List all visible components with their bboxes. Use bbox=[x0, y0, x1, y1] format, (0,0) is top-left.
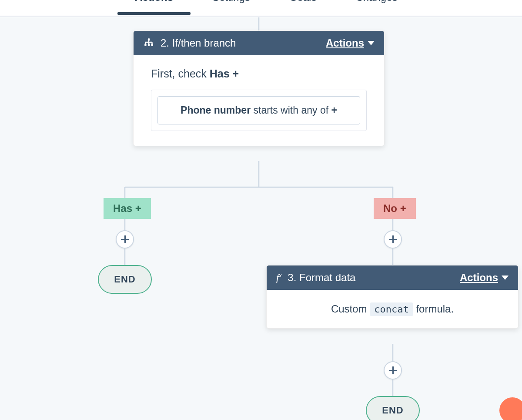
actions-label: Actions bbox=[326, 37, 364, 49]
chevron-down-icon bbox=[368, 41, 375, 45]
tab-settings[interactable]: Settings bbox=[212, 0, 250, 3]
format-body-code: concat bbox=[370, 302, 413, 316]
format-data-card[interactable]: fx 3. Format data Actions Custom concat … bbox=[266, 265, 519, 329]
branch-card-header: 2. If/then branch Actions bbox=[134, 31, 384, 55]
end-node-left[interactable]: END bbox=[98, 265, 152, 294]
filter-value: + bbox=[331, 104, 337, 116]
filter-field: Phone number bbox=[181, 104, 251, 116]
branch-check-prefix: First, check bbox=[151, 67, 210, 80]
format-card-actions-menu[interactable]: Actions bbox=[460, 272, 509, 284]
format-card-header: fx 3. Format data Actions bbox=[267, 265, 518, 290]
chevron-down-icon bbox=[502, 276, 509, 280]
branch-check-line: First, check Has + bbox=[151, 67, 367, 80]
tab-actions[interactable]: Actions bbox=[135, 0, 173, 3]
actions-label: Actions bbox=[460, 272, 498, 284]
tab-changes[interactable]: Changes bbox=[355, 0, 397, 3]
tab-bar: Actions Settings Goals Changes bbox=[0, 0, 522, 17]
filter-condition[interactable]: Phone number starts with any of + bbox=[157, 96, 360, 124]
add-action-button-after-format[interactable] bbox=[384, 361, 402, 380]
filter-operator: starts with any of bbox=[251, 104, 331, 116]
tab-goals[interactable]: Goals bbox=[289, 0, 317, 3]
branch-label-no[interactable]: No + bbox=[374, 198, 416, 219]
branch-check-name: Has + bbox=[210, 67, 239, 80]
add-action-button-left[interactable] bbox=[116, 230, 134, 249]
format-body-prefix: Custom bbox=[331, 303, 370, 315]
branch-card[interactable]: 2. If/then branch Actions First, check H… bbox=[133, 30, 385, 146]
filter-group[interactable]: Phone number starts with any of + bbox=[151, 90, 367, 131]
end-node-right[interactable]: END bbox=[366, 396, 420, 420]
branch-card-body: First, check Has + Phone number starts w… bbox=[134, 55, 384, 146]
branch-card-actions-menu[interactable]: Actions bbox=[326, 37, 375, 49]
format-card-body: Custom concat formula. bbox=[267, 290, 518, 328]
branch-label-has[interactable]: Has + bbox=[104, 198, 151, 219]
fx-icon: fx bbox=[276, 272, 281, 283]
format-card-title: 3. Format data bbox=[288, 272, 355, 284]
add-action-button-right[interactable] bbox=[384, 230, 402, 249]
help-beacon[interactable] bbox=[499, 397, 522, 420]
workflow-canvas[interactable]: 2. If/then branch Actions First, check H… bbox=[0, 17, 522, 420]
format-body-suffix: formula. bbox=[416, 303, 454, 315]
sitemap-icon bbox=[143, 37, 154, 49]
branch-card-title: 2. If/then branch bbox=[161, 37, 236, 49]
